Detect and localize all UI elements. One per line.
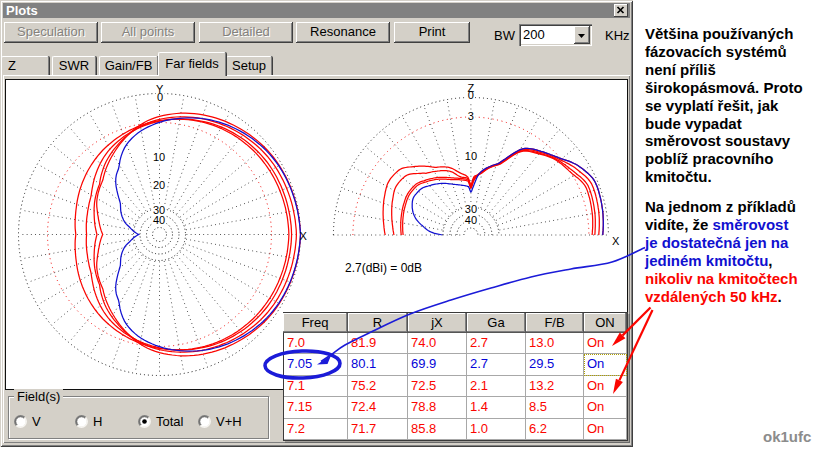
- svg-text:10: 10: [153, 151, 165, 163]
- svg-text:X: X: [300, 230, 308, 242]
- svg-text:Z: Z: [467, 82, 474, 94]
- svg-text:40: 40: [465, 214, 477, 226]
- svg-text:3: 3: [468, 110, 474, 122]
- svg-text:2.7(dBi) = 0dB: 2.7(dBi) = 0dB: [345, 261, 422, 275]
- svg-text:Y: Y: [156, 83, 164, 95]
- svg-text:40: 40: [153, 214, 165, 226]
- svg-text:X: X: [612, 235, 620, 247]
- svg-text:20: 20: [153, 179, 165, 191]
- svg-text:10: 10: [465, 150, 477, 162]
